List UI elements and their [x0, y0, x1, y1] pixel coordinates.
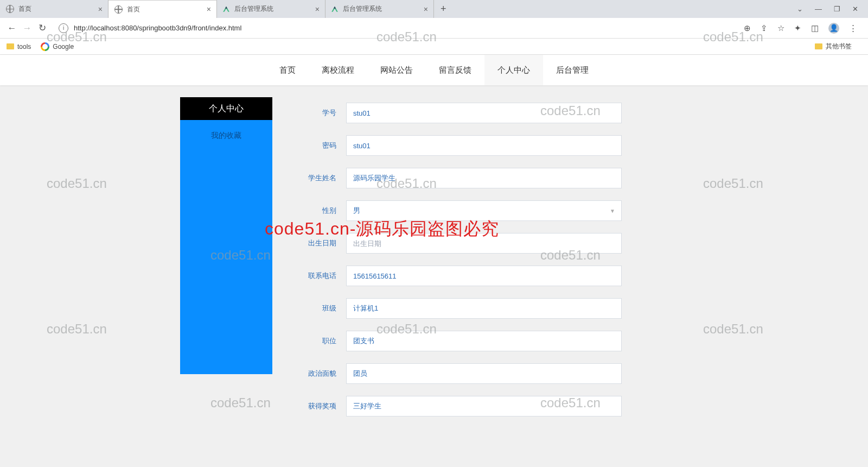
row-phone: 联系电话 — [294, 266, 868, 286]
row-class: 班级 — [294, 298, 868, 319]
zoom-icon[interactable]: ⊕ — [744, 23, 751, 33]
sidebar-header: 个人中心 — [180, 97, 272, 120]
forward-button[interactable]: → — [20, 23, 35, 34]
vue-icon — [222, 5, 230, 13]
url-text: http://localhost:8080/springbootb3dn9/fr… — [74, 24, 241, 32]
star-icon[interactable]: ☆ — [777, 23, 784, 33]
label-position: 职位 — [294, 336, 336, 346]
nav-item-profile[interactable]: 个人中心 — [484, 55, 543, 85]
bookmark-tools[interactable]: tools — [7, 43, 31, 51]
label-password: 密码 — [294, 141, 336, 150]
label-award: 获得奖项 — [294, 401, 336, 411]
content-area: 个人中心 我的收藏 学号 密码 学生姓名 性别 ▼ 出生日期 — [0, 97, 868, 428]
label-class: 班级 — [294, 304, 336, 313]
bookmarks-bar: tools Google 其他书签 — [0, 39, 868, 55]
profile-form: 学号 密码 学生姓名 性别 ▼ 出生日期 联系电话 班级 — [272, 97, 868, 428]
label-birthdate: 出生日期 — [294, 238, 336, 248]
sidebar-body: 我的收藏 — [180, 120, 272, 374]
chevron-down-icon[interactable]: ⌄ — [797, 5, 803, 13]
row-position: 职位 — [294, 331, 868, 351]
browser-tab-3[interactable]: 后台管理系统 × — [326, 0, 434, 18]
tab-title: 后台管理系统 — [234, 4, 273, 14]
back-button[interactable]: ← — [4, 23, 20, 34]
chevron-down-icon: ▼ — [610, 208, 615, 214]
nav-item-leave[interactable]: 离校流程 — [309, 55, 367, 85]
top-nav: 首页 离校流程 网站公告 留言反馈 个人中心 后台管理 — [0, 55, 868, 85]
account-icon[interactable]: ◫ — [811, 23, 819, 33]
input-political[interactable] — [346, 363, 622, 384]
info-icon[interactable]: i — [59, 23, 68, 33]
bookmark-label: 其他书签 — [826, 42, 852, 51]
label-name: 学生姓名 — [294, 173, 336, 183]
bookmark-other[interactable]: 其他书签 — [815, 42, 852, 51]
select-gender[interactable] — [346, 200, 622, 221]
input-phone[interactable] — [346, 266, 622, 286]
close-icon[interactable]: × — [98, 5, 103, 14]
address-bar: ← → ↻ i http://localhost:8080/springboot… — [0, 18, 868, 39]
browser-tab-0[interactable]: 首页 × — [0, 0, 108, 18]
google-icon — [41, 42, 49, 51]
bookmark-label: Google — [53, 43, 74, 51]
row-password: 密码 — [294, 135, 868, 156]
bookmark-label: tools — [17, 43, 31, 51]
close-icon[interactable]: × — [207, 5, 211, 14]
row-award: 获得奖项 — [294, 396, 868, 416]
tab-title: 首页 — [127, 5, 140, 14]
input-position[interactable] — [346, 331, 622, 351]
label-gender: 性别 — [294, 206, 336, 216]
browser-tabs-bar: 首页 × 首页 × 后台管理系统 × 后台管理系统 × + ⌄ — ❐ ✕ — [0, 0, 868, 18]
close-icon[interactable]: × — [315, 5, 320, 14]
profile-avatar-icon[interactable]: 👤 — [828, 23, 839, 34]
globe-icon — [5, 5, 14, 14]
browser-tab-2[interactable]: 后台管理系统 × — [217, 0, 326, 18]
bookmark-google[interactable]: Google — [41, 42, 74, 51]
folder-icon — [815, 43, 822, 49]
extensions-icon[interactable]: ✦ — [794, 23, 801, 33]
menu-icon[interactable]: ⋮ — [849, 23, 857, 33]
reload-button[interactable]: ↻ — [35, 22, 50, 34]
vue-icon — [331, 5, 339, 13]
label-political: 政治面貌 — [294, 369, 336, 378]
sidebar-link-favorites[interactable]: 我的收藏 — [180, 120, 272, 141]
window-controls: ⌄ — ❐ ✕ — [797, 5, 868, 13]
nav-item-feedback[interactable]: 留言反馈 — [426, 55, 484, 85]
row-birthdate: 出生日期 — [294, 233, 868, 254]
new-tab-button[interactable]: + — [434, 3, 453, 15]
tab-title: 首页 — [18, 4, 31, 14]
maximize-icon[interactable]: ❐ — [834, 5, 840, 13]
input-class[interactable] — [346, 298, 622, 319]
row-name: 学生姓名 — [294, 168, 868, 188]
row-political: 政治面貌 — [294, 363, 868, 384]
label-phone: 联系电话 — [294, 271, 336, 281]
sidebar: 个人中心 我的收藏 — [180, 97, 272, 428]
share-icon[interactable]: ⇪ — [761, 23, 768, 33]
input-birthdate[interactable] — [346, 233, 622, 254]
nav-item-notice[interactable]: 网站公告 — [367, 55, 426, 85]
close-window-icon[interactable]: ✕ — [852, 5, 858, 13]
label-student-id: 学号 — [294, 108, 336, 118]
row-gender: 性别 ▼ — [294, 200, 868, 221]
nav-item-home[interactable]: 首页 — [266, 55, 309, 85]
globe-icon — [114, 5, 123, 14]
input-student-id[interactable] — [346, 103, 622, 123]
nav-item-admin[interactable]: 后台管理 — [543, 55, 602, 85]
row-student-id: 学号 — [294, 103, 868, 123]
tab-title: 后台管理系统 — [343, 4, 382, 14]
folder-icon — [7, 43, 14, 49]
browser-tab-1[interactable]: 首页 × — [108, 0, 217, 18]
input-award[interactable] — [346, 396, 622, 416]
input-name[interactable] — [346, 168, 622, 188]
url-field[interactable]: i http://localhost:8080/springbootb3dn9/… — [53, 21, 737, 35]
input-password[interactable] — [346, 135, 622, 156]
close-icon[interactable]: × — [424, 5, 428, 14]
minimize-icon[interactable]: — — [815, 5, 822, 13]
